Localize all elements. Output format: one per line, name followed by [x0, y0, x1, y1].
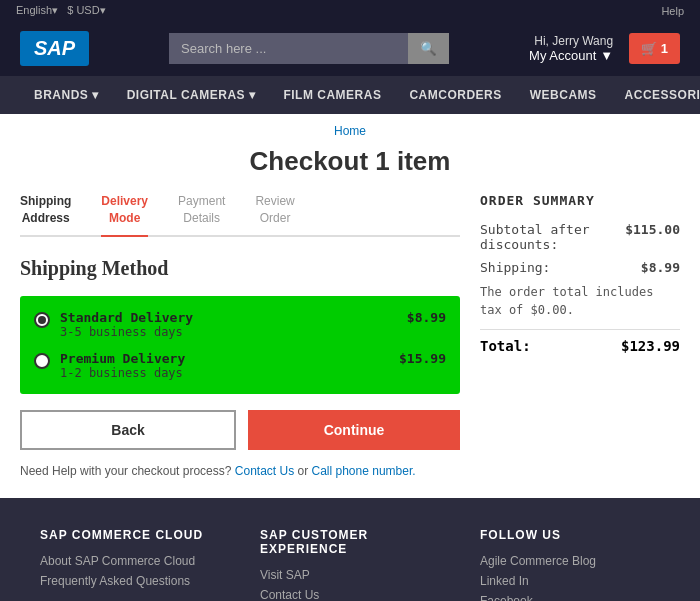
language-currency[interactable]: English▾ $ USD▾ — [16, 4, 106, 17]
premium-details: Premium Delivery 1-2 business days — [60, 351, 389, 380]
nav-brands[interactable]: BRANDS ▾ — [20, 76, 113, 114]
total-label: Total: — [480, 338, 531, 354]
premium-name: Premium Delivery — [60, 351, 389, 366]
help-text: Need Help with your checkout process? Co… — [20, 464, 460, 478]
standard-price: $8.99 — [407, 310, 446, 325]
subtotal-label: Subtotal afterdiscounts: — [480, 222, 590, 252]
standard-details: Standard Delivery 3-5 business days — [60, 310, 397, 339]
step-delivery-mode[interactable]: DeliveryMode — [101, 193, 148, 237]
radio-standard[interactable] — [34, 312, 50, 328]
footer-link-about-sap[interactable]: About SAP Commerce Cloud — [40, 554, 220, 568]
footer-link-faq[interactable]: Frequently Asked Questions — [40, 574, 220, 588]
user-greeting: Hi, Jerry Wang — [534, 34, 613, 48]
footer-link-facebook[interactable]: Facebook — [480, 594, 660, 601]
search-input[interactable] — [169, 33, 408, 64]
section-title: Shipping Method — [20, 257, 460, 280]
search-button[interactable]: 🔍 — [408, 33, 449, 64]
main-nav: BRANDS ▾ DIGITAL CAMERAS ▾ FILM CAMERAS … — [0, 76, 700, 114]
footer-link-agile-blog[interactable]: Agile Commerce Blog — [480, 554, 660, 568]
summary-shipping-row: Shipping: $8.99 — [480, 260, 680, 275]
delivery-option-standard[interactable]: Standard Delivery 3-5 business days $8.9… — [34, 310, 446, 339]
page-header: Home Checkout 1 item — [0, 114, 700, 193]
nav-webcams[interactable]: WEBCAMS — [516, 76, 611, 114]
standard-days: 3-5 business days — [60, 325, 397, 339]
subtotal-value: $115.00 — [625, 222, 680, 252]
premium-days: 1-2 business days — [60, 366, 389, 380]
continue-button[interactable]: Continue — [248, 410, 460, 450]
step-payment-details[interactable]: PaymentDetails — [178, 193, 225, 227]
search-bar: 🔍 — [169, 33, 449, 64]
help-link[interactable]: Help — [661, 5, 684, 17]
premium-price: $15.99 — [399, 351, 446, 366]
utility-bar: English▾ $ USD▾ Help — [0, 0, 700, 21]
help-prefix: Need Help with your checkout process? — [20, 464, 231, 478]
logo[interactable]: SAP — [20, 31, 89, 66]
footer: SAP COMMERCE CLOUD About SAP Commerce Cl… — [0, 498, 700, 601]
page-title: Checkout 1 item — [0, 142, 700, 193]
order-summary: ORDER SUMMARY Subtotal afterdiscounts: $… — [480, 193, 680, 478]
back-button[interactable]: Back — [20, 410, 236, 450]
radio-premium[interactable] — [34, 353, 50, 369]
delivery-options: Standard Delivery 3-5 business days $8.9… — [20, 296, 460, 394]
left-panel: ShippingAddress DeliveryMode PaymentDeta… — [20, 193, 460, 478]
checkout-steps: ShippingAddress DeliveryMode PaymentDeta… — [20, 193, 460, 237]
shipping-value: $8.99 — [641, 260, 680, 275]
header-right: Hi, Jerry Wang My Account ▼ 🛒 1 — [529, 33, 680, 64]
help-separator: or — [298, 464, 312, 478]
footer-col-follow-us: FOLLOW US Agile Commerce Blog Linked In … — [480, 528, 660, 601]
summary-title: ORDER SUMMARY — [480, 193, 680, 208]
contact-us-link[interactable]: Contact Us — [235, 464, 294, 478]
content-area: ShippingAddress DeliveryMode PaymentDeta… — [0, 193, 700, 498]
breadcrumb: Home — [0, 114, 700, 142]
nav-film-cameras[interactable]: FILM CAMERAS — [269, 76, 395, 114]
summary-total: Total: $123.99 — [480, 329, 680, 354]
standard-name: Standard Delivery — [60, 310, 397, 325]
delivery-option-premium[interactable]: Premium Delivery 1-2 business days $15.9… — [34, 351, 446, 380]
footer-link-linkedin[interactable]: Linked In — [480, 574, 660, 588]
footer-link-contact-us[interactable]: Contact Us — [260, 588, 440, 601]
total-value: $123.99 — [621, 338, 680, 354]
call-link[interactable]: Call phone number. — [312, 464, 416, 478]
cart-button[interactable]: 🛒 1 — [629, 33, 680, 64]
header: SAP 🔍 Hi, Jerry Wang My Account ▼ 🛒 1 — [0, 21, 700, 76]
step-shipping-address[interactable]: ShippingAddress — [20, 193, 71, 227]
nav-digital-cameras[interactable]: DIGITAL CAMERAS ▾ — [113, 76, 270, 114]
nav-accessories[interactable]: ACCESSORIES ▾ — [611, 76, 700, 114]
shipping-label: Shipping: — [480, 260, 550, 275]
my-account-link[interactable]: My Account ▼ — [529, 48, 613, 63]
account-info: Hi, Jerry Wang My Account ▼ — [529, 34, 613, 63]
step-review-order[interactable]: ReviewOrder — [255, 193, 294, 227]
footer-col-customer-experience: SAP CUSTOMER EXPERIENCE Visit SAP Contac… — [260, 528, 440, 601]
action-buttons: Back Continue — [20, 410, 460, 450]
footer-link-visit-sap[interactable]: Visit SAP — [260, 568, 440, 582]
nav-camcorders[interactable]: CAMCORDERS — [395, 76, 515, 114]
summary-subtotal-row: Subtotal afterdiscounts: $115.00 — [480, 222, 680, 252]
footer-col-commerce-cloud: SAP COMMERCE CLOUD About SAP Commerce Cl… — [40, 528, 220, 601]
footer-col2-title: SAP CUSTOMER EXPERIENCE — [260, 528, 440, 556]
summary-tax: The order total includes tax of $0.00. — [480, 283, 680, 319]
footer-col1-title: SAP COMMERCE CLOUD — [40, 528, 220, 542]
footer-col3-title: FOLLOW US — [480, 528, 660, 542]
breadcrumb-home[interactable]: Home — [334, 124, 366, 138]
